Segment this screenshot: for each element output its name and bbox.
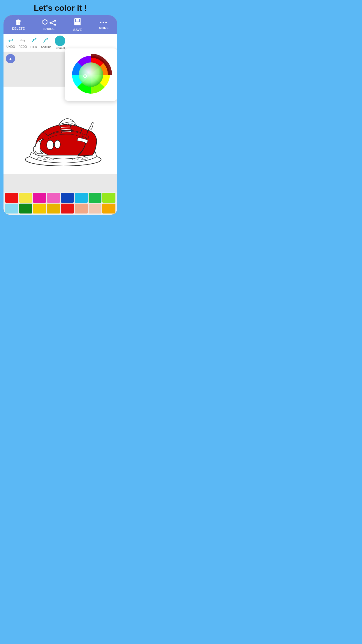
svg-point-23 xyxy=(61,132,62,133)
device-screen: 🗑 DELETE ⬡ SHARE xyxy=(3,15,117,215)
color-swatch-peach[interactable] xyxy=(89,204,102,214)
scroll-up-button[interactable]: ▲ xyxy=(6,54,15,63)
undo-button[interactable]: ↩ UNDO xyxy=(6,37,15,48)
redo-label: REDO xyxy=(18,45,27,48)
undo-label: UNDO xyxy=(6,45,15,48)
normal-color-circle xyxy=(55,36,65,46)
secondary-toolbar: ↩ UNDO ↪ REDO PICK xyxy=(3,34,117,52)
device-frame: 🗑 DELETE ⬡ SHARE xyxy=(3,15,117,215)
share-icon: ⬡ xyxy=(42,19,56,26)
save-icon xyxy=(74,18,81,27)
color-swatch-dark-green[interactable] xyxy=(19,204,32,214)
svg-point-22 xyxy=(60,129,61,130)
color-swatch-dark-blue[interactable] xyxy=(61,193,74,203)
addline-button[interactable]: AddLine xyxy=(41,37,52,49)
svg-rect-6 xyxy=(76,19,79,22)
svg-rect-7 xyxy=(75,22,80,25)
redo-button[interactable]: ↪ REDO xyxy=(18,37,27,48)
normal-label: Normal xyxy=(55,47,65,50)
color-swatch-green[interactable] xyxy=(89,193,102,203)
svg-point-27 xyxy=(39,141,41,142)
share-label: SHARE xyxy=(43,27,55,31)
color-swatch-red[interactable] xyxy=(5,193,18,203)
color-swatch-orange[interactable] xyxy=(102,204,115,214)
color-swatch-pink[interactable] xyxy=(47,193,60,203)
svg-point-21 xyxy=(60,127,61,128)
svg-point-26 xyxy=(71,131,72,132)
page-title: Let's color it ! xyxy=(0,0,121,15)
undo-icon: ↩ xyxy=(8,37,13,45)
top-toolbar: 🗑 DELETE ⬡ SHARE xyxy=(3,15,117,34)
color-swatch-sky-blue[interactable] xyxy=(75,193,88,203)
share-button[interactable]: ⬡ SHARE xyxy=(42,19,56,30)
more-button[interactable]: ••• MORE xyxy=(99,20,109,30)
addline-label: AddLine xyxy=(41,46,52,49)
pick-icon xyxy=(31,37,37,45)
svg-point-29 xyxy=(43,139,44,140)
delete-icon: 🗑 xyxy=(15,19,22,26)
redo-icon: ↪ xyxy=(20,37,25,45)
addline-icon xyxy=(43,37,49,45)
color-swatch-dark-red[interactable] xyxy=(61,204,74,214)
svg-point-13 xyxy=(79,62,103,87)
color-swatch-light-blue[interactable] xyxy=(5,204,18,214)
svg-point-10 xyxy=(35,38,36,39)
more-label: MORE xyxy=(99,26,109,30)
svg-rect-8 xyxy=(77,19,77,21)
color-swatch-hot-pink[interactable] xyxy=(33,193,46,203)
svg-point-17 xyxy=(55,140,60,148)
color-swatch-gold[interactable] xyxy=(33,204,46,214)
save-label: SAVE xyxy=(73,28,82,32)
color-swatch-yellow[interactable] xyxy=(19,193,32,203)
delete-button[interactable]: 🗑 DELETE xyxy=(12,19,24,30)
sneaker-image xyxy=(14,90,107,171)
svg-point-28 xyxy=(41,140,42,141)
color-swatch-lime[interactable] xyxy=(102,193,115,203)
normal-button[interactable]: Normal xyxy=(55,36,65,50)
color-palette xyxy=(3,192,117,215)
more-icon: ••• xyxy=(100,20,108,25)
svg-point-25 xyxy=(71,129,72,130)
svg-line-4 xyxy=(50,23,55,25)
canvas-bottom-area xyxy=(3,174,117,192)
pick-button[interactable]: PICK xyxy=(30,37,37,49)
svg-point-24 xyxy=(70,126,71,127)
delete-label: DELETE xyxy=(12,27,24,30)
color-wheel-popup[interactable] xyxy=(65,48,117,101)
svg-point-16 xyxy=(47,140,54,150)
pick-label: PICK xyxy=(30,46,37,49)
color-wheel[interactable] xyxy=(69,53,113,97)
color-swatch-gold2[interactable] xyxy=(47,204,60,214)
color-swatch-salmon[interactable] xyxy=(75,204,88,214)
svg-marker-11 xyxy=(47,38,48,40)
svg-line-3 xyxy=(50,21,55,23)
save-button[interactable]: SAVE xyxy=(73,18,82,32)
